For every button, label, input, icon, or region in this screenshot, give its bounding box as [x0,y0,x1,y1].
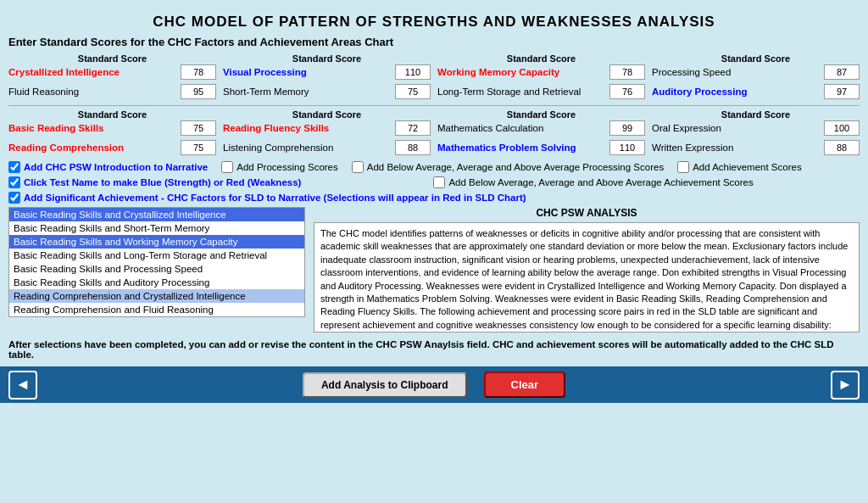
achievement-checkbox[interactable] [677,161,689,173]
score-row-reading-fluency: Reading Fluency Skills [223,120,431,136]
score-row-auditory: Auditory Processing [652,84,860,99]
checkbox-psw-intro[interactable]: Add CHC PSW Introduction to Narrative [8,161,208,173]
fluid-input[interactable] [181,84,216,99]
click-test-checkbox[interactable] [8,176,20,188]
processing-checkbox[interactable] [221,161,233,173]
auditory-input[interactable] [824,84,860,99]
bottom-bar: ◄ Add Analysis to Clipboard Clear ► [0,366,868,403]
list-item[interactable]: Basic Reading Skills and Processing Spee… [9,262,304,276]
score-row-reading-comp: Reading Comprehension [8,140,216,155]
analysis-text-box[interactable]: The CHC model identifies patterns of wea… [314,222,860,333]
score-row-oral: Oral Expression [652,120,860,136]
math-ps-input[interactable] [609,140,645,155]
list-item[interactable]: Reading Comprehension and Fluid Reasonin… [9,303,304,316]
listening-label[interactable]: Listening Comprehension [223,143,392,153]
click-test-label: Click Test Name to make Blue (Strength) … [24,177,301,187]
stm-input[interactable] [395,84,431,99]
below-avg-ach-label: Add Below Average, Average and Above Ave… [448,177,753,187]
list-analysis-container: Basic Reading Skills and Crystallized In… [8,207,860,333]
score-row-visual: Visual Processing [223,64,431,80]
list-item[interactable]: Basic Reading Skills and Working Memory … [9,235,304,249]
basic-reading-label[interactable]: Basic Reading Skills [8,123,177,133]
listening-input[interactable] [395,140,431,155]
below-avg-proc-label: Add Below Average, Average and Above Ave… [367,162,664,172]
stm-label[interactable]: Short-Term Memory [223,87,392,97]
psw-intro-checkbox[interactable] [8,161,20,173]
written-input[interactable] [824,140,860,155]
col-header-6: Standard Score [223,109,431,120]
processing-label: Add Processing Scores [236,162,338,172]
visual-label[interactable]: Visual Processing [223,67,392,77]
list-item[interactable]: Basic Reading Skills and Short-Term Memo… [9,221,304,235]
score-row-listening: Listening Comprehension [223,140,431,155]
checkbox-below-avg-proc[interactable]: Add Below Average, Average and Above Ave… [352,161,664,173]
score-row-math-calc: Mathematics Calculation [437,120,645,136]
score-row-working: Working Memory Capacity [437,64,645,80]
achievement-label: Add Achievement Scores [693,162,802,172]
checkbox-below-avg-ach[interactable]: Add Below Average, Average and Above Ave… [433,176,753,188]
nav-left-icon: ◄ [15,376,31,394]
add-analysis-button[interactable]: Add Analysis to Clipboard [303,372,467,398]
col-header-8: Standard Score [652,109,860,120]
crystallized-input[interactable] [181,64,216,80]
score-row-crystallized: Crystallized Intelligence [8,64,216,80]
working-input[interactable] [609,64,645,80]
score-row-fluid: Fluid Reasoning [8,84,216,99]
basic-reading-input[interactable] [181,120,216,136]
col-header-1: Standard Score [8,53,216,64]
math-ps-label[interactable]: Mathematics Problem Solving [437,143,606,153]
section-header: Enter Standard Scores for the CHC Factor… [8,36,860,48]
score-row-math-ps: Mathematics Problem Solving [437,140,645,155]
list-item[interactable]: Reading Comprehension and Crystallized I… [9,289,304,303]
checkbox-click-test[interactable]: Click Test Name to make Blue (Strength) … [8,176,301,188]
crystallized-label[interactable]: Crystallized Intelligence [8,67,177,77]
processing-speed-label[interactable]: Processing Speed [652,67,821,77]
score-row-stm: Short-Term Memory [223,84,431,99]
col-header-7: Standard Score [437,109,645,120]
col-header-4: Standard Score [652,53,860,64]
bottom-note: After selections have been completed, yo… [8,338,860,361]
oral-label[interactable]: Oral Expression [652,123,821,133]
below-avg-proc-checkbox[interactable] [352,161,364,173]
written-label[interactable]: Written Expression [652,143,821,153]
col-header-2: Standard Score [223,53,431,64]
working-label[interactable]: Working Memory Capacity [437,67,606,77]
ltsr-input[interactable] [609,84,645,99]
visual-input[interactable] [395,64,431,80]
auditory-label[interactable]: Auditory Processing [652,87,821,97]
reading-comp-input[interactable] [181,140,216,155]
list-item[interactable]: Basic Reading Skills and Long-Term Stora… [9,249,304,262]
math-calc-label[interactable]: Mathematics Calculation [437,123,606,133]
checkbox-achievement[interactable]: Add Achievement Scores [677,161,802,173]
list-item[interactable]: Basic Reading Skills and Crystallized In… [9,208,304,221]
psw-intro-label: Add CHC PSW Introduction to Narrative [24,162,208,172]
math-calc-input[interactable] [609,120,645,136]
checkboxes-row-2: Click Test Name to make Blue (Strength) … [8,176,860,188]
significant-checkbox[interactable] [8,192,20,204]
ltsr-label[interactable]: Long-Term Storage and Retrieval [437,87,606,97]
reading-fluency-input[interactable] [395,120,431,136]
checkbox-significant[interactable]: Add Significant Achievement - CHC Factor… [8,192,526,204]
below-avg-ach-checkbox[interactable] [433,176,445,188]
score-row-basic-reading: Basic Reading Skills [8,120,216,136]
processing-speed-input[interactable] [824,64,860,80]
oral-input[interactable] [824,120,860,136]
nav-right-button[interactable]: ► [831,371,860,400]
col-header-3: Standard Score [437,53,645,64]
fluid-label[interactable]: Fluid Reasoning [8,87,177,97]
col-header-5: Standard Score [8,109,216,120]
list-box[interactable]: Basic Reading Skills and Crystallized In… [8,207,305,317]
reading-comp-label[interactable]: Reading Comprehension [8,143,177,153]
checkbox-processing[interactable]: Add Processing Scores [221,161,338,173]
list-item[interactable]: Basic Reading Skills and Auditory Proces… [9,276,304,289]
nav-left-button[interactable]: ◄ [8,371,37,400]
score-row-ltsr: Long-Term Storage and Retrieval [437,84,645,99]
reading-fluency-label[interactable]: Reading Fluency Skills [223,123,392,133]
checkboxes-row-3: Add Significant Achievement - CHC Factor… [8,192,860,204]
significant-label: Add Significant Achievement - CHC Factor… [24,193,526,203]
clear-button[interactable]: Clear [484,372,566,398]
nav-right-icon: ► [837,376,853,394]
page-title: CHC MODEL OF PATTERN OF STRENGTHS AND WE… [8,7,860,36]
analysis-panel: CHC PSW ANALYSIS The CHC model identifie… [314,207,860,333]
score-row-written: Written Expression [652,140,860,155]
